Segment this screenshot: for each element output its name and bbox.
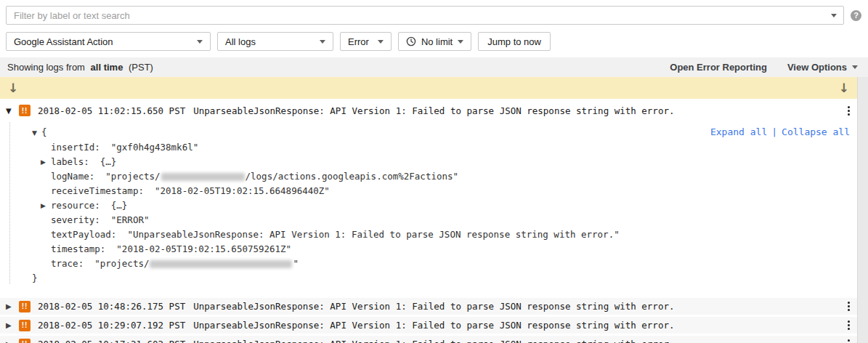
download-newer-logs-right-arrow-icon[interactable]: ↓ bbox=[839, 82, 849, 94]
expand-node-icon[interactable]: ▶ bbox=[41, 155, 46, 169]
toolbar: Google Assistant Action All logs Error N… bbox=[0, 28, 868, 57]
filter-input[interactable] bbox=[6, 6, 844, 25]
more-options-icon[interactable] bbox=[843, 336, 854, 343]
redacted-blur bbox=[161, 173, 245, 181]
log-entry-row[interactable]: ▶ !! 2018-02-05 10:48:26.175 PSTUnparsea… bbox=[0, 298, 857, 315]
help-icon[interactable]: ? bbox=[851, 10, 861, 21]
log-message: UnparseableJsonResponse: API Version 1: … bbox=[193, 105, 674, 116]
collapse-entry-icon[interactable]: ▼ bbox=[6, 107, 17, 115]
log-entry-row[interactable]: ▶ !! 2018-02-05 10:29:07.192 PSTUnparsea… bbox=[0, 317, 857, 334]
redacted-blur bbox=[150, 260, 292, 268]
load-newer-logs-strip: ↓ ↓ bbox=[0, 77, 857, 99]
json-close-brace: } bbox=[32, 273, 38, 283]
showing-logs-prefix: Showing logs from bbox=[7, 62, 88, 73]
json-field-insertId: insertId: "gxf0h4g438mk6l" bbox=[32, 140, 857, 155]
json-key: severity: bbox=[51, 214, 105, 225]
error-severity-badge: !! bbox=[19, 301, 31, 312]
error-severity-badge: !! bbox=[19, 105, 31, 116]
json-field-logName: logName: "projects//logs/actions.googlea… bbox=[32, 169, 857, 184]
log-timestamp: 2018-02-05 11:02:15.650 PST bbox=[38, 105, 185, 116]
json-value: "2018-02-05T19:02:15.664896440Z" bbox=[155, 185, 330, 196]
chevron-down-icon bbox=[197, 40, 203, 44]
resource-selector-dropdown[interactable]: Google Assistant Action bbox=[6, 32, 211, 51]
download-newer-logs-left-arrow-icon[interactable]: ↓ bbox=[8, 82, 18, 94]
json-close-brace-line: } bbox=[32, 271, 857, 286]
tree-guide-line bbox=[9, 122, 10, 284]
json-value: "UnparseableJsonResponse: API Version 1:… bbox=[127, 229, 619, 240]
time-limit-label: No limit bbox=[421, 36, 453, 47]
time-limit-dropdown[interactable]: No limit bbox=[398, 32, 471, 51]
status-bar: Showing logs from all time (PST) Open Er… bbox=[0, 57, 868, 77]
log-timestamp: 2018-02-05 10:29:07.192 PST bbox=[38, 320, 185, 331]
json-value: {…} bbox=[111, 200, 128, 211]
json-key: logName: bbox=[51, 171, 100, 182]
filter-row: ? bbox=[0, 0, 868, 28]
log-message: UnparseableJsonResponse: API Version 1: … bbox=[193, 320, 674, 331]
json-field-receiveTimestamp: receiveTimestamp: "2018-02-05T19:02:15.6… bbox=[32, 184, 857, 198]
expand-entry-icon[interactable]: ▶ bbox=[6, 340, 17, 343]
json-field-labels[interactable]: ▶ labels: {…} bbox=[32, 155, 857, 169]
expand-entry-icon[interactable]: ▶ bbox=[6, 321, 17, 329]
json-key: textPayload: bbox=[51, 229, 122, 240]
error-severity-badge: !! bbox=[19, 320, 31, 331]
showing-logs-text: Showing logs from all time (PST) bbox=[7, 62, 156, 73]
expanded-log-json: Expand all|Collapse all ▼{ insertId: "gx… bbox=[0, 121, 857, 296]
filter-input-wrapper bbox=[6, 6, 844, 25]
json-key: receiveTimestamp: bbox=[51, 185, 149, 196]
chevron-down-icon bbox=[458, 40, 463, 44]
json-key: resource: bbox=[51, 200, 105, 211]
resource-selector-label: Google Assistant Action bbox=[14, 36, 113, 47]
json-value: {…} bbox=[100, 156, 117, 167]
error-severity-badge: !! bbox=[19, 339, 31, 343]
log-list: ↓ ↓ ▼ !! 2018-02-05 11:02:15.650 PSTUnpa… bbox=[0, 77, 868, 328]
jump-to-now-button[interactable]: Jump to now bbox=[478, 32, 551, 51]
json-value: "gxf0h4g438mk6l" bbox=[111, 142, 198, 153]
json-value: "ERROR" bbox=[111, 214, 150, 225]
json-value: "2018-02-05T19:02:15.650759261Z" bbox=[116, 243, 291, 254]
log-entry-row[interactable]: ▼ !! 2018-02-05 11:02:15.650 PSTUnparsea… bbox=[0, 100, 857, 121]
severity-selector-dropdown[interactable]: Error bbox=[340, 32, 392, 51]
json-value: "projects//logs/actions.googleapis.com%2… bbox=[105, 171, 458, 182]
log-selector-dropdown[interactable]: All logs bbox=[217, 32, 333, 51]
view-options-label: View Options bbox=[787, 62, 847, 73]
json-field-severity: severity: "ERROR" bbox=[32, 213, 857, 227]
showing-logs-timezone: (PST) bbox=[126, 62, 153, 73]
collapse-node-icon[interactable]: ▼ bbox=[32, 129, 37, 137]
filter-dropdown-caret-icon[interactable] bbox=[831, 14, 837, 17]
expand-entry-icon[interactable]: ▶ bbox=[6, 302, 17, 310]
clock-icon bbox=[406, 36, 416, 47]
json-field-resource[interactable]: ▶ resource: {…} bbox=[32, 198, 857, 213]
log-message: UnparseableJsonResponse: API Version 1: … bbox=[193, 339, 674, 343]
json-root-line[interactable]: ▼{ bbox=[32, 125, 857, 140]
json-value: "projects/" bbox=[94, 258, 299, 269]
expand-node-icon[interactable]: ▶ bbox=[41, 198, 46, 213]
json-key: labels: bbox=[51, 156, 94, 167]
json-field-trace: trace: "projects/" bbox=[32, 257, 857, 271]
showing-logs-range: all time bbox=[91, 62, 123, 73]
json-key: trace: bbox=[51, 258, 89, 269]
open-error-reporting-link[interactable]: Open Error Reporting bbox=[670, 62, 767, 73]
more-options-icon[interactable] bbox=[843, 318, 854, 333]
more-options-icon[interactable] bbox=[843, 103, 854, 118]
json-open-brace: { bbox=[41, 126, 47, 137]
log-timestamp: 2018-02-05 10:48:26.175 PST bbox=[38, 301, 185, 312]
json-field-textPayload: textPayload: "UnparseableJsonResponse: A… bbox=[32, 227, 857, 242]
chevron-down-icon bbox=[320, 40, 325, 44]
view-options-menu[interactable]: View Options bbox=[787, 62, 858, 73]
vertical-scrollbar[interactable] bbox=[857, 77, 868, 343]
log-message: UnparseableJsonResponse: API Version 1: … bbox=[193, 301, 674, 312]
log-entry-row[interactable]: ▶ !! 2018-02-05 10:17:31.603 PSTUnparsea… bbox=[0, 336, 857, 343]
json-key: timestamp: bbox=[51, 243, 111, 254]
log-selector-label: All logs bbox=[225, 36, 256, 47]
log-timestamp: 2018-02-05 10:17:31.603 PST bbox=[38, 339, 185, 343]
chevron-down-icon bbox=[378, 40, 384, 44]
chevron-down-icon bbox=[852, 65, 858, 69]
more-options-icon[interactable] bbox=[843, 299, 854, 314]
severity-selector-label: Error bbox=[348, 36, 369, 47]
json-field-timestamp: timestamp: "2018-02-05T19:02:15.65075926… bbox=[32, 242, 857, 257]
json-key: insertId: bbox=[51, 142, 105, 153]
